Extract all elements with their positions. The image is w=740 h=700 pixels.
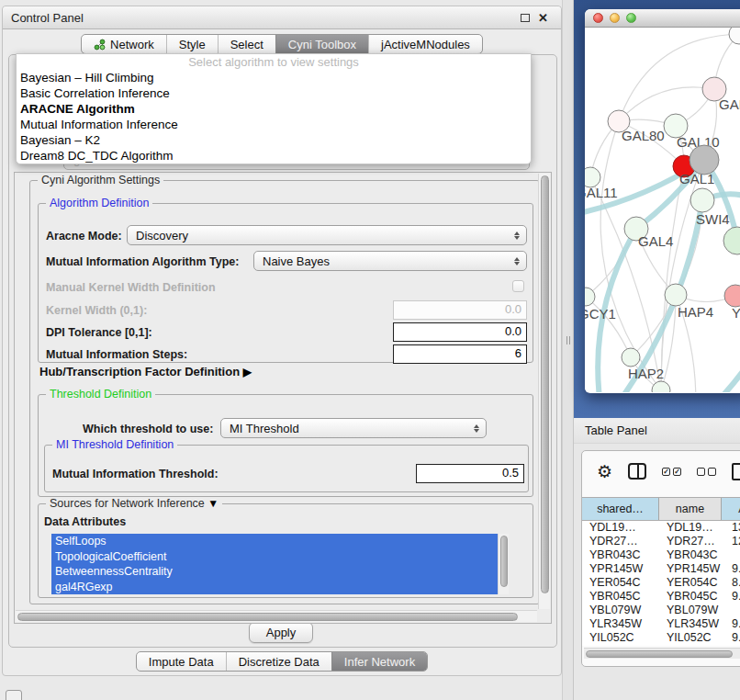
column-header-clipped[interactable]: A [722,498,740,520]
algorithm-option[interactable]: Mutual Information Inference [17,117,531,132]
gear-icon[interactable]: ⚙ [597,463,612,480]
network-canvas[interactable]: GALGAL80GAL10GAL1GAL11SWI4GAL4GCY1HAP4YH… [585,28,740,392]
node-label: GAL4 [638,233,673,249]
mi-threshold-field[interactable]: 0.5 [416,464,524,483]
sources-group-title[interactable]: Sources for Network Inference ▼ [46,497,222,510]
network-node[interactable] [690,145,719,175]
table-row[interactable]: YDL19…YDL19…13 [582,521,740,535]
table-header-row: shared… name A [582,497,740,521]
node-table-box: ⚙ ✓✓ shared… name A YDL19…YDL19…13YDR27…… [581,450,740,667]
table-row[interactable]: YPR145WYPR145W9. [582,562,740,576]
network-node-swi4[interactable] [690,188,714,212]
tab-select[interactable]: Select [218,35,275,53]
table-cell: YDR27… [589,535,638,548]
kernel-width-field[interactable]: 0.0 [393,300,527,320]
algorithm-definition-group: Algorithm Definition Aracne Mode: Discov… [38,203,533,363]
table-cell: YBR043C [589,548,641,562]
table-row[interactable]: YIL052CYIL052C9. [582,631,740,645]
deselect-all-icon[interactable] [697,468,716,476]
mi-steps-label: Mutual Information Steps: [46,348,187,361]
attribute-list-item[interactable]: gal4RGexp [51,580,509,595]
tab-impute-data[interactable]: Impute Data [137,652,226,671]
network-node[interactable] [729,28,740,44]
collapsed-panel-icon[interactable] [6,690,22,700]
table-row[interactable]: YBR045CYBR045C9. [582,590,740,604]
table-panel-header: Table Panel [574,418,740,444]
network-edge[interactable] [619,87,714,121]
network-node[interactable] [723,227,740,254]
aracne-mode-combobox[interactable]: Discovery [127,225,527,245]
algorithm-option[interactable]: Basic Correlation Inference [17,85,531,101]
close-panel-icon[interactable]: ✕ [538,12,548,24]
tab-infer-network[interactable]: Infer Network [331,652,427,671]
control-panel-window: Control Panel ✕ NetworkStyleSelectCyni T… [2,6,562,676]
sources-group: Sources for Network Inference ▼ Data Att… [38,503,533,598]
collapse-arrow-icon: ▼ [207,497,219,510]
table-cell: YDL19… [589,521,636,535]
settings-horizontal-scrollbar[interactable] [16,610,537,622]
network-edge[interactable] [585,216,586,297]
network-node[interactable] [652,381,670,392]
settings-vertical-scrollbar[interactable] [538,174,550,609]
table-horizontal-scrollbar[interactable] [584,648,740,659]
close-window-icon[interactable] [593,13,603,23]
attributes-scrollbar[interactable] [498,534,509,594]
manual-kernel-width-checkbox[interactable] [512,280,524,292]
node-label: Y [732,305,740,321]
table-row[interactable]: YBL079WYBL079W [582,604,740,617]
algorithm-option[interactable]: Bayesian – Hill Climbing [17,70,531,85]
network-node-y[interactable] [724,285,740,307]
tab-network[interactable]: Network [82,35,166,53]
algorithm-option[interactable]: ARACNE Algorithm [17,101,531,117]
attribute-list-item[interactable]: TopologicalCoefficient [51,549,509,565]
export-table-icon[interactable] [732,463,740,480]
panel-splitter[interactable] [562,0,574,700]
table-body: YDL19…YDL19…13YDR27…YDR27…12YBR043CYBR04… [582,521,740,646]
zoom-window-icon[interactable] [626,13,636,23]
table-cell: YBR045C [589,590,641,604]
column-header-shared-name[interactable]: shared… [582,498,659,520]
algorithm-definition-title: Algorithm Definition [46,197,152,209]
table-row[interactable]: YDR27…YDR27…12 [582,535,740,548]
tab-cyni-toolbox[interactable]: Cyni Toolbox [275,35,368,53]
data-attributes-label: Data Attributes [44,515,126,528]
mi-steps-field[interactable]: 6 [393,344,527,364]
network-node-hap4[interactable] [665,284,687,306]
attribute-list-item[interactable]: SelfLoops [51,534,509,549]
network-edge[interactable] [695,331,740,392]
attribute-list-item[interactable]: BetweennessCentrality [51,564,509,580]
tab-discretize-data[interactable]: Discretize Data [226,652,331,671]
table-cell: YBR043C [667,548,718,562]
table-cell: YER054C [589,576,641,590]
mi-algorithm-type-label: Mutual Information Algorithm Type: [46,255,239,268]
minimize-window-icon[interactable] [610,13,620,23]
dpi-tolerance-field[interactable]: 0.0 [393,322,527,342]
combo-stepper-icon [511,257,526,265]
table-cell: YLR345W [589,617,642,631]
hub-definition-expander[interactable]: Hub/Transcription Factor Definition ▶ [39,365,252,378]
tab-jactivemnodules[interactable]: jActiveMNodules [368,35,482,53]
network-node-hap2[interactable] [622,348,640,367]
network-edge[interactable] [603,200,702,392]
mi-threshold-group: MI Threshold Definition Mutual Informati… [44,445,529,492]
network-window-titlebar [585,9,740,28]
node-label: GAL11 [585,185,618,200]
float-panel-icon[interactable] [521,14,530,22]
algorithm-option[interactable]: Bayesian – K2 [17,132,531,148]
table-row[interactable]: YER054CYER054C8. [582,576,740,590]
split-columns-icon[interactable] [628,463,646,480]
mi-algorithm-type-combobox[interactable]: Naive Bayes [253,251,527,271]
splitter-handle-icon[interactable] [566,336,570,344]
table-cell: 9. [732,631,740,645]
table-cell: 9. [732,562,740,576]
select-all-icon[interactable]: ✓✓ [662,468,681,476]
apply-button[interactable]: Apply [249,622,313,643]
tab-style[interactable]: Style [166,35,218,53]
table-row[interactable]: YBR043CYBR043C [582,548,740,562]
column-header-name[interactable]: name [659,498,722,520]
table-row[interactable]: YLR345WYLR345W9. [582,617,740,631]
which-threshold-combobox[interactable]: MI Threshold [220,418,487,438]
threshold-definition-group: Threshold Definition Which threshold to … [38,394,533,497]
algorithm-option[interactable]: Dream8 DC_TDC Algorithm [17,148,531,164]
node-label: HAP4 [678,304,713,320]
